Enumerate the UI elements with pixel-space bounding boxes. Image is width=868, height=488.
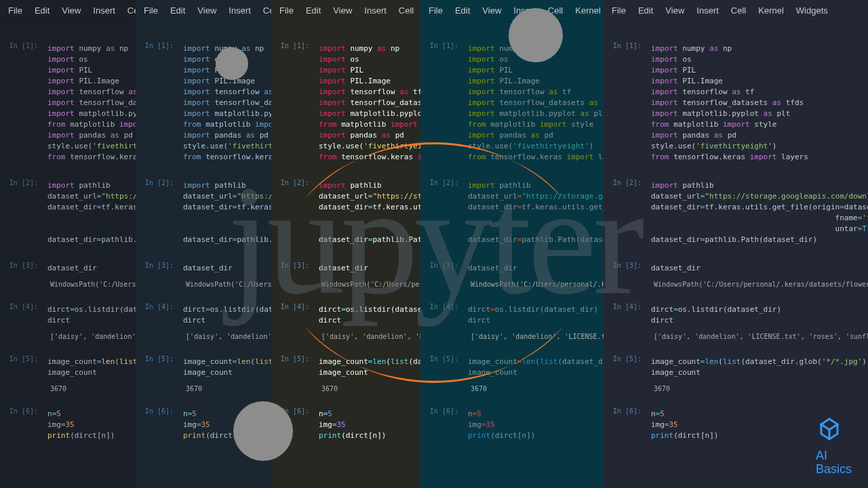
cell-6[interactable]: In [6]:n=5img=35print(dirct[n]) — [604, 403, 868, 447]
code-body[interactable]: dataset_dir — [651, 260, 868, 277]
cell-2[interactable]: In [2]:import pathlibdataset_url="https:… — [604, 175, 868, 251]
code-body[interactable]: n=5img=35print(dirct[n]) — [319, 406, 420, 444]
menu-file[interactable]: File — [429, 5, 443, 16]
cell-4[interactable]: In [4]:dirct=os.listdir(dataset_dir)dirc… — [604, 299, 868, 344]
code-body[interactable]: image_count=len(list(dataset_dir.glob('*… — [47, 354, 136, 381]
cell-3[interactable]: In [3]:dataset_dirWindowsPath('C:/Users/… — [420, 258, 604, 292]
cell-3[interactable]: In [3]:dataset_dirWindowsPath('C:/Users/… — [0, 258, 136, 292]
code-body[interactable]: n=5img=35print(dirct[n]) — [651, 406, 868, 444]
menu-view[interactable]: View — [333, 5, 352, 16]
menu-widgets[interactable]: Widgets — [796, 5, 828, 16]
cell-1[interactable]: In [1]:import numpy as npimport osimport… — [136, 38, 271, 168]
cell-1[interactable]: In [1]:import numpy as npimport osimport… — [271, 38, 420, 168]
token-name: matplotlib.pyplot — [499, 109, 576, 118]
code-line: import pandas as pd — [651, 130, 868, 141]
menu-kernel[interactable]: Kernel — [575, 5, 601, 16]
code-body[interactable]: import numpy as npimport osimport PILimp… — [183, 41, 271, 165]
code-body[interactable]: dataset_dir — [468, 260, 604, 277]
cell-2[interactable]: In [2]:import pathlibdataset_url="https:… — [420, 175, 604, 251]
cell-4[interactable]: In [4]:dirct=os.listdir(dataset_dir)dirc… — [136, 299, 271, 344]
cell-3[interactable]: In [3]:dataset_dirWindowsPath('C:/Users/… — [136, 258, 271, 292]
cell-5[interactable]: In [5]:image_count=len(list(dataset_dir.… — [0, 351, 136, 396]
menu-edit[interactable]: Edit — [170, 5, 185, 16]
code-body[interactable]: dirct=os.listdir(dataset_dir)dirct — [183, 302, 271, 329]
code-body[interactable]: image_count=len(list(dataset_dir.glob('*… — [468, 354, 604, 381]
menu-view[interactable]: View — [482, 5, 501, 16]
code-body[interactable]: import numpy as npimport osimport PILimp… — [468, 41, 604, 165]
token-name: pd — [260, 131, 269, 140]
cell-1[interactable]: In [1]:import numpy as npimport osimport… — [420, 38, 604, 168]
code-body[interactable]: image_count=len(list(dataset_dir.glob('*… — [319, 354, 420, 381]
menu-file[interactable]: File — [8, 5, 22, 16]
code-body[interactable]: image_count=len(list(dataset_dir.glob('*… — [651, 354, 868, 381]
code-body[interactable]: dataset_dir — [319, 260, 420, 277]
token-name: plt — [776, 109, 790, 118]
menu-cell[interactable]: Cell — [127, 5, 136, 16]
menu-insert[interactable]: Insert — [229, 5, 251, 16]
code-line: import PIL — [183, 65, 271, 76]
code-body[interactable]: dirct=os.listdir(dataset_dir)dirct — [468, 302, 604, 329]
code-body[interactable]: import pathlibdataset_url="https://stora… — [468, 178, 604, 248]
cell-6[interactable]: In [6]:n=5img=35print(dirct[n]) — [420, 403, 604, 447]
menu-edit[interactable]: Edit — [455, 5, 470, 16]
menu-insert[interactable]: Insert — [364, 5, 387, 16]
code-body[interactable]: dataset_dir — [183, 260, 271, 277]
code-body[interactable]: n=5img=35print(dirct[n]) — [468, 406, 604, 444]
menu-cell[interactable]: Cell — [548, 5, 563, 16]
menu-file[interactable]: File — [612, 5, 626, 16]
cell-4[interactable]: In [4]:dirct=os.listdir(dataset_dir)dirc… — [271, 299, 420, 344]
menu-insert[interactable]: Insert — [93, 5, 115, 16]
cell-1[interactable]: In [1]:import numpy as npimport osimport… — [604, 38, 868, 168]
cell-2[interactable]: In [2]:import pathlibdataset_url="https:… — [0, 175, 136, 251]
code-body[interactable]: import numpy as npimport osimport PILimp… — [319, 41, 420, 165]
cell-5[interactable]: In [5]:image_count=len(list(dataset_dir.… — [271, 351, 420, 396]
code-body[interactable]: n=5img=35print(dirct[n]) — [183, 406, 271, 444]
menu-insert[interactable]: Insert — [696, 5, 719, 16]
menu-cell[interactable]: Cell — [731, 5, 746, 16]
code-body[interactable]: import pathlibdataset_url="https://stora… — [319, 178, 420, 248]
code-body[interactable]: import pathlibdataset_url="https://stora… — [651, 178, 868, 248]
cell-6[interactable]: In [6]:n=5img=35print(dirct[n]) — [0, 403, 136, 447]
cell-2[interactable]: In [2]:import pathlibdataset_url="https:… — [136, 175, 271, 251]
code-body[interactable]: dirct=os.listdir(dataset_dir)dirct — [651, 302, 868, 329]
menu-view[interactable]: View — [197, 5, 216, 16]
cell-5[interactable]: In [5]:image_count=len(list(dataset_dir.… — [136, 351, 271, 396]
menu-view[interactable]: View — [665, 5, 684, 16]
menu-kernel[interactable]: Kernel — [758, 5, 784, 16]
code-body[interactable]: image_count=len(list(dataset_dir.glob('*… — [183, 354, 271, 381]
token-name: img — [47, 420, 61, 429]
menu-insert[interactable]: Insert — [513, 5, 536, 16]
code-body[interactable]: import numpy as npimport osimport PILimp… — [651, 41, 868, 165]
cell-output: ['daisy', 'dandelion', 'LICENSE.txt', 'r… — [651, 329, 868, 342]
code-body[interactable]: import pathlibdataset_url="https://stora… — [47, 178, 136, 248]
menu-edit[interactable]: Edit — [638, 5, 653, 16]
code-line: fname='flower_photos', — [319, 213, 420, 224]
cell-1[interactable]: In [1]:import numpy as npimport osimport… — [0, 38, 136, 168]
menu-cell[interactable]: Cell — [263, 5, 271, 16]
cell-4[interactable]: In [4]:dirct=os.listdir(dataset_dir)dirc… — [0, 299, 136, 344]
code-body[interactable]: dirct=os.listdir(dataset_dir)dirct — [47, 302, 136, 329]
menu-edit[interactable]: Edit — [306, 5, 321, 16]
cell-4[interactable]: In [4]:dirct=os.listdir(dataset_dir)dirc… — [420, 299, 604, 344]
code-body[interactable]: dataset_dir — [47, 260, 136, 277]
theme-pane-#d8dee9: FileEditViewInsertCellKernelWidgetsIn [1… — [604, 0, 868, 488]
code-line: untar=True) — [468, 224, 604, 235]
code-line: dataset_dir — [468, 263, 604, 274]
menu-cell[interactable]: Cell — [399, 5, 414, 16]
menu-file[interactable]: File — [279, 5, 294, 16]
cell-6[interactable]: In [6]:n=5img=35print(dirct[n]) — [271, 403, 420, 447]
menu-file[interactable]: File — [144, 5, 158, 16]
cell-2[interactable]: In [2]:import pathlibdataset_url="https:… — [271, 175, 420, 251]
code-body[interactable]: dirct=os.listdir(dataset_dir)dirct — [319, 302, 420, 329]
menu-edit[interactable]: Edit — [35, 5, 50, 16]
cell-3[interactable]: In [3]:dataset_dirWindowsPath('C:/Users/… — [604, 258, 868, 292]
code-line: import PIL — [319, 65, 420, 76]
cell-3[interactable]: In [3]:dataset_dirWindowsPath('C:/Users/… — [271, 258, 420, 292]
menu-view[interactable]: View — [62, 5, 81, 16]
cell-6[interactable]: In [6]:n=5img=35print(dirct[n]) — [136, 403, 271, 447]
code-body[interactable]: n=5img=35print(dirct[n]) — [47, 406, 136, 444]
code-body[interactable]: import numpy as npimport osimport PILimp… — [47, 41, 136, 165]
cell-5[interactable]: In [5]:image_count=len(list(dataset_dir.… — [604, 351, 868, 396]
cell-5[interactable]: In [5]:image_count=len(list(dataset_dir.… — [420, 351, 604, 396]
code-body[interactable]: import pathlibdataset_url="https://stora… — [183, 178, 271, 248]
